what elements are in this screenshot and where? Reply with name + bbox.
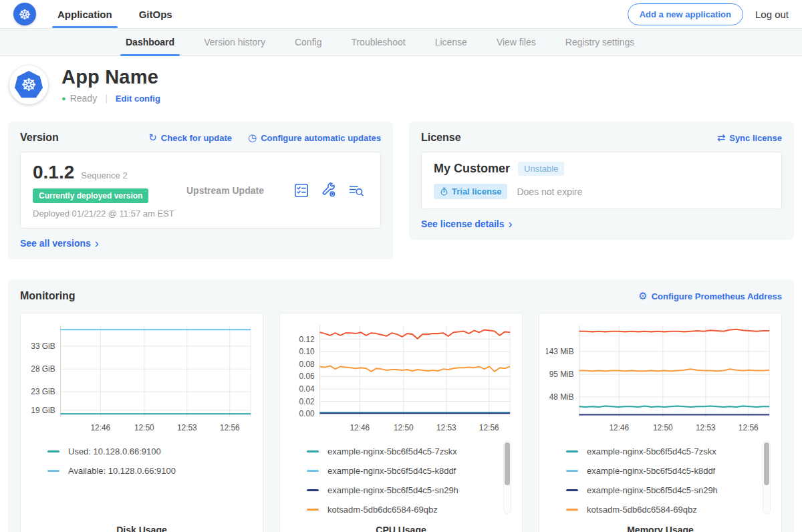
page-title: App Name xyxy=(61,66,160,88)
wheel-glyph: ☸ xyxy=(21,76,36,94)
current-version-row: 0.1.2 Sequence 2 Currently deployed vers… xyxy=(20,152,381,229)
release-notes-icon[interactable] xyxy=(293,182,309,198)
svg-text:0.10: 0.10 xyxy=(299,347,315,356)
legend-item: example-nginx-5bc6f5d4c5-sn29h xyxy=(566,481,775,500)
svg-text:0.00: 0.00 xyxy=(299,409,315,418)
customer-row: My Customer Unstable xyxy=(434,162,769,176)
monitoring-section: Monitoring ⚙ Configure Prometheus Addres… xyxy=(8,279,794,532)
svg-text:0.02: 0.02 xyxy=(299,396,315,406)
monitoring-title: Monitoring xyxy=(20,290,76,302)
configure-automatic-updates-label: Configure automatic updates xyxy=(261,133,381,143)
see-license-details-link[interactable]: See license details › xyxy=(421,218,782,230)
view-diff-logs-icon[interactable] xyxy=(348,182,364,198)
app-logo-icon: ☸ xyxy=(9,65,48,104)
version-number: 0.1.2 xyxy=(33,162,74,183)
license-card-title: License xyxy=(421,132,461,144)
version-info: 0.1.2 Sequence 2 Currently deployed vers… xyxy=(33,162,186,219)
svg-text:12:53: 12:53 xyxy=(436,423,456,432)
configure-prometheus-link[interactable]: ⚙ Configure Prometheus Address xyxy=(638,290,782,302)
svg-text:19 GiB: 19 GiB xyxy=(31,406,55,415)
legend-color-dash-icon xyxy=(47,450,59,452)
subnav-tab-version-history[interactable]: Version history xyxy=(204,29,265,55)
license-type-row: Trial license Does not expire xyxy=(434,184,769,199)
svg-text:33 GiB: 33 GiB xyxy=(31,342,55,351)
cpu-usage-chart: 0.120.100.080.060.040.020.0012:4612:5012… xyxy=(287,321,515,435)
svg-text:12:56: 12:56 xyxy=(220,423,240,432)
legend-color-dash-icon xyxy=(47,470,59,472)
legend-label: example-nginx-5bc6f5d4c5-k8ddf xyxy=(327,466,456,476)
svg-text:12:56: 12:56 xyxy=(479,423,499,432)
top-nav: ☸ ApplicationGitOps Add a new applicatio… xyxy=(0,0,802,28)
edit-config-link[interactable]: Edit config xyxy=(116,94,160,104)
sequence-label: Sequence 2 xyxy=(81,170,127,180)
legend-scrollbar[interactable] xyxy=(763,440,771,514)
version-card-head: Version ↻ Check for update ◷ Configure a… xyxy=(20,132,381,144)
charts-row: 33 GiB28 GiB23 GiB19 GiB12:4612:5012:531… xyxy=(20,313,782,532)
sync-license-link[interactable]: ⇄ Sync license xyxy=(717,132,782,144)
legend-label: example-nginx-5bc6f5d4c5-7zskx xyxy=(587,446,716,456)
svg-text:0.04: 0.04 xyxy=(299,384,315,394)
monitoring-head: Monitoring ⚙ Configure Prometheus Addres… xyxy=(20,290,782,302)
subnav-tab-troubleshoot[interactable]: Troubleshoot xyxy=(351,29,405,55)
topnav-tabs: ApplicationGitOps xyxy=(56,0,198,28)
legend-color-dash-icon xyxy=(307,489,319,491)
svg-text:12:50: 12:50 xyxy=(134,423,154,432)
see-all-versions-link[interactable]: See all versions › xyxy=(20,237,381,249)
legend-scrollbar-thumb[interactable] xyxy=(764,442,769,485)
legend-scrollbar[interactable] xyxy=(503,440,511,514)
subnav-tab-view-files[interactable]: View files xyxy=(497,29,536,55)
chart-title: Disk Usage xyxy=(27,525,256,532)
app-status-row: ● Ready | Edit config xyxy=(61,93,160,104)
chevron-right-icon: › xyxy=(95,237,99,249)
svg-text:28 GiB: 28 GiB xyxy=(31,364,55,374)
chart-title: Memory Usage xyxy=(546,525,775,532)
log-out-link[interactable]: Log out xyxy=(755,9,789,20)
add-a-new-application-button[interactable]: Add a new application xyxy=(628,3,743,25)
legend-label: kotsadm-5db6dc6584-69qbz xyxy=(587,505,697,515)
topnav-right: Add a new application Log out xyxy=(628,3,789,25)
svg-text:0.06: 0.06 xyxy=(299,372,315,381)
sync-license-label: Sync license xyxy=(729,133,782,143)
svg-text:12:53: 12:53 xyxy=(177,423,197,432)
subnav-tab-config[interactable]: Config xyxy=(295,29,321,55)
status-badge: Ready xyxy=(70,93,97,104)
config-wrench-gear-icon[interactable] xyxy=(321,182,337,198)
svg-text:23 GiB: 23 GiB xyxy=(31,387,55,396)
currently-deployed-badge: Currently deployed version xyxy=(33,188,148,203)
legend-item: example-nginx-5bc6f5d4c5-k8ddf xyxy=(307,461,515,481)
svg-text:12:46: 12:46 xyxy=(609,423,629,432)
version-action-icons xyxy=(293,182,364,198)
channel-badge: Unstable xyxy=(518,162,564,176)
legend-item: example-nginx-5bc6f5d4c5-7zskx xyxy=(566,442,775,461)
disk-usage-chart: 33 GiB28 GiB23 GiB19 GiB12:4612:5012:531… xyxy=(27,321,256,435)
version-card: Version ↻ Check for update ◷ Configure a… xyxy=(8,122,393,259)
kubernetes-logo-icon[interactable]: ☸ xyxy=(13,3,36,25)
trial-license-badge: Trial license xyxy=(434,184,507,199)
legend-label: example-nginx-5bc6f5d4c5-sn29h xyxy=(327,485,458,495)
cards-row: Version ↻ Check for update ◷ Configure a… xyxy=(8,122,794,259)
expiry-text: Does not expire xyxy=(517,186,582,197)
check-for-update-label: Check for update xyxy=(161,133,232,143)
topnav-tab-application[interactable]: Application xyxy=(56,0,114,28)
legend-item: Available: 10.128.0.66:9100 xyxy=(47,461,256,481)
legend-item: Used: 10.128.0.66:9100 xyxy=(47,442,256,461)
subnav-tab-dashboard[interactable]: Dashboard xyxy=(126,29,174,55)
app-sub-nav: DashboardVersion historyConfigTroublesho… xyxy=(0,28,802,56)
check-for-update-link[interactable]: ↻ Check for update xyxy=(148,132,232,144)
upstream-update-label: Upstream Update xyxy=(186,185,293,196)
svg-text:12:50: 12:50 xyxy=(394,423,414,432)
subnav-tab-license[interactable]: License xyxy=(435,29,467,55)
svg-text:95 MiB: 95 MiB xyxy=(549,370,574,379)
legend-scrollbar-thumb[interactable] xyxy=(505,442,510,485)
topnav-tab-gitops[interactable]: GitOps xyxy=(138,0,174,28)
configure-automatic-updates-link[interactable]: ◷ Configure automatic updates xyxy=(248,132,381,144)
legend-item: example-nginx-5bc6f5d4c5-7zskx xyxy=(307,442,515,461)
legend-label: kotsadm-5db6dc6584-69qbz xyxy=(327,505,438,515)
status-dot-icon: ● xyxy=(61,94,66,102)
version-card-title: Version xyxy=(20,132,59,144)
chart-card-disk-usage: 33 GiB28 GiB23 GiB19 GiB12:4612:5012:531… xyxy=(20,313,263,532)
legend-label: example-nginx-5bc6f5d4c5-7zskx xyxy=(327,446,457,456)
license-card: License ⇄ Sync license My Customer Unsta… xyxy=(409,122,794,240)
subnav-tab-registry-settings[interactable]: Registry settings xyxy=(565,29,634,55)
chart-title: CPU Usage xyxy=(287,525,515,532)
